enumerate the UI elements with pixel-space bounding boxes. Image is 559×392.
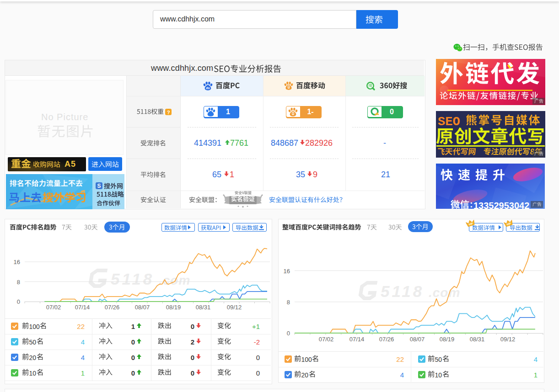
- svg-text:du: du: [206, 86, 210, 90]
